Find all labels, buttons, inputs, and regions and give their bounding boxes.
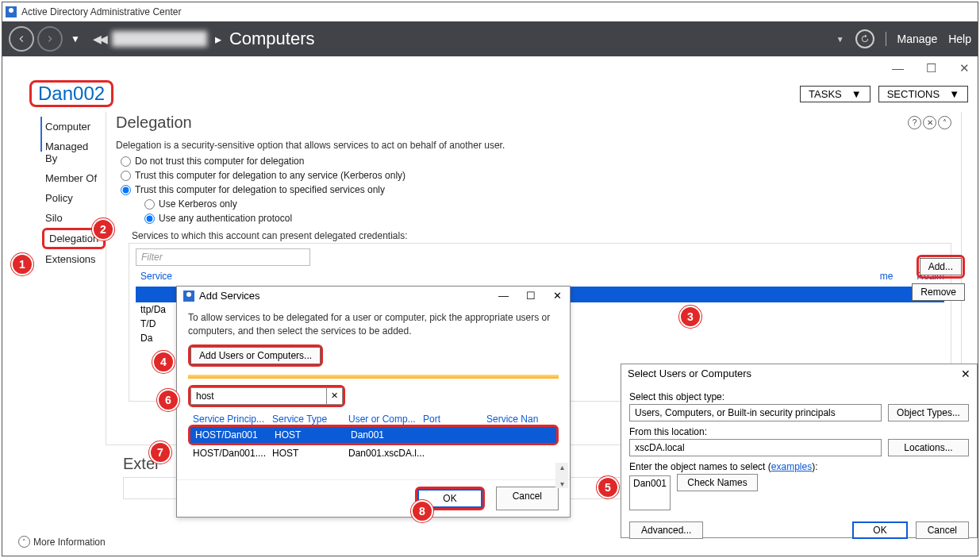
col-usercomp[interactable]: User or Comp...: [348, 414, 423, 425]
chevron-down-icon: ▼: [949, 88, 959, 100]
manage-menu[interactable]: Manage: [897, 33, 938, 45]
help-icon[interactable]: ?: [908, 116, 921, 129]
maximize-button[interactable]: ☐: [925, 61, 936, 75]
nav-header: ▼ ◀◀ ▸ Computers ▼ Manage Help: [2, 21, 978, 56]
col-svctype[interactable]: Service Type: [272, 414, 348, 425]
dlg-minimize-button[interactable]: —: [498, 290, 509, 302]
subwindow-controls: — ☐ ✕: [2, 56, 978, 80]
close-section-icon[interactable]: ✕: [923, 116, 936, 129]
check-names-button[interactable]: Check Names: [677, 474, 758, 491]
sidebar-item-managedby[interactable]: Managed By: [42, 137, 106, 168]
breadcrumb-domain-blurred: [112, 31, 207, 47]
services-grid-header: Service Princip... Service Type User or …: [188, 414, 559, 425]
services-label: Services to which this account can prese…: [132, 230, 951, 241]
service-row-selected[interactable]: HOST/Dan001 HOST Dan001: [190, 427, 556, 443]
nav-forward-button[interactable]: [37, 26, 63, 52]
breadcrumb-separator-icon: ▸: [215, 32, 221, 47]
names-label: Enter the object names to select (exampl…: [629, 461, 969, 472]
minimize-button[interactable]: —: [892, 61, 903, 75]
add-button[interactable]: Add...: [920, 258, 962, 275]
object-name-title: Dan002: [29, 80, 113, 107]
radio-any-auth[interactable]: Use any authentication protocol: [140, 211, 951, 225]
app-title-bar: Active Directory Administrative Center: [2, 2, 978, 21]
dialog-title: Add Services: [199, 290, 260, 302]
breadcrumb-current[interactable]: Computers: [229, 29, 315, 49]
col-service[interactable]: Service: [140, 271, 172, 282]
dialog-icon: [183, 291, 194, 302]
remove-button[interactable]: Remove: [912, 283, 965, 301]
step-badge-5: 5: [597, 476, 619, 498]
step-badge-2: 2: [92, 218, 114, 241]
chevron-down-icon: ▼: [851, 88, 862, 100]
more-info-link[interactable]: More Information: [33, 537, 106, 548]
locations-button[interactable]: Locations...: [888, 439, 969, 456]
services-columns: Service me Realm: [136, 266, 944, 282]
clear-search-icon[interactable]: ✕: [326, 388, 342, 404]
footer: ˄ More Information: [18, 536, 106, 548]
help-menu[interactable]: Help: [948, 33, 971, 45]
radio-kerberos-only[interactable]: Use Kerberos only: [140, 197, 951, 211]
add-services-dialog: Add Services — ☐ ✕ To allow services to …: [176, 286, 571, 518]
app-icon: [6, 6, 17, 17]
sections-dropdown[interactable]: SECTIONS▼: [878, 86, 968, 102]
step-badge-3: 3: [679, 306, 701, 328]
location-field: xscDA.local: [629, 439, 882, 456]
filter-input[interactable]: Filter: [136, 248, 310, 266]
dlg-maximize-button[interactable]: ☐: [526, 290, 536, 302]
step-badge-4: 4: [152, 351, 175, 373]
step-badge-6: 6: [157, 389, 179, 411]
step-badge-7: 7: [149, 441, 171, 464]
collapse-section-icon[interactable]: ˄: [938, 116, 951, 129]
select-users-title: Select Users or Computers: [628, 368, 751, 380]
col-spn[interactable]: Service Princip...: [193, 414, 272, 425]
sidebar-item-computer[interactable]: Computer: [42, 117, 106, 137]
dialog-title-bar: Add Services — ☐ ✕: [177, 287, 570, 305]
object-types-button[interactable]: Object Types...: [888, 404, 969, 421]
expand-icon[interactable]: ˄: [18, 536, 30, 548]
sidebar-item-extensions[interactable]: Extensions: [42, 249, 106, 269]
step-badge-1: 1: [11, 253, 33, 275]
refresh-button[interactable]: [855, 29, 874, 48]
dialog-description: To allow services to be delegated for a …: [188, 311, 559, 338]
delegation-description: Delegation is a security-sensitive optio…: [116, 140, 951, 151]
app-title: Active Directory Administrative Center: [21, 6, 181, 17]
select-users-dialog: Select Users or Computers ✕ Select this …: [621, 364, 978, 538]
progress-bar: [188, 375, 559, 379]
object-names-input[interactable]: Dan001: [629, 475, 671, 510]
col-svcname[interactable]: Service Nan: [486, 414, 559, 425]
location-label: From this location:: [629, 426, 969, 437]
radio-trust-specified[interactable]: Trust this computer for delegation to sp…: [116, 183, 951, 197]
advanced-button[interactable]: Advanced...: [629, 521, 703, 539]
radio-do-not-trust[interactable]: Do not trust this computer for delegatio…: [116, 154, 951, 168]
sidebar-item-memberof[interactable]: Member Of: [42, 168, 106, 188]
section-title: Delegation: [116, 114, 192, 132]
select-users-ok-button[interactable]: OK: [852, 521, 907, 539]
scrollbar[interactable]: ▴▾: [555, 463, 568, 488]
examples-link[interactable]: examples: [771, 461, 812, 472]
col-port[interactable]: Port: [423, 414, 486, 425]
object-type-field: Users, Computers, or Built-in security p…: [629, 404, 882, 421]
section-sidebar: Computer Managed By Member Of Policy Sil…: [2, 112, 106, 445]
col-name[interactable]: me: [880, 271, 894, 282]
breadcrumb-dropdown-icon[interactable]: ▼: [836, 35, 844, 44]
cancel-button[interactable]: Cancel: [496, 487, 559, 510]
select-users-close-button[interactable]: ✕: [961, 368, 970, 380]
step-badge-8: 8: [411, 500, 433, 522]
dlg-close-button[interactable]: ✕: [553, 290, 562, 302]
close-button[interactable]: ✕: [959, 61, 970, 75]
sidebar-item-policy[interactable]: Policy: [42, 188, 106, 208]
add-users-computers-button[interactable]: Add Users or Computers...: [190, 347, 321, 364]
object-type-label: Select this object type:: [629, 391, 969, 402]
nav-dropdown-icon[interactable]: ▼: [71, 33, 80, 44]
service-row[interactable]: HOST/Dan001.... HOST Dan001.xscDA.l...: [188, 445, 559, 461]
search-services-input[interactable]: host ✕: [190, 387, 343, 405]
tasks-dropdown[interactable]: TASKS▼: [800, 86, 870, 102]
radio-trust-any[interactable]: Trust this computer for delegation to an…: [116, 168, 951, 183]
separator: [886, 32, 886, 46]
breadcrumb-root-icon[interactable]: ◀◀: [93, 33, 106, 45]
select-users-cancel-button[interactable]: Cancel: [916, 521, 969, 539]
nav-back-button[interactable]: [9, 26, 34, 52]
